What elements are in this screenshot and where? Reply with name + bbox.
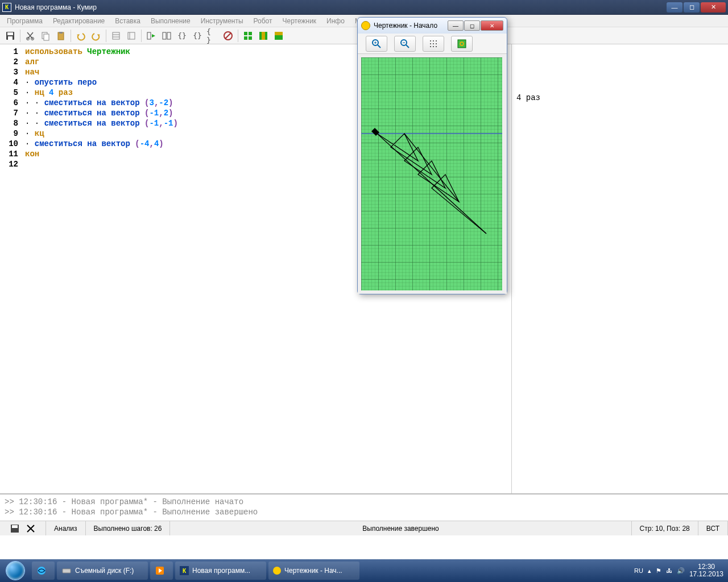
menu-edit[interactable]: Редактирование — [48, 16, 109, 26]
status-mode: ВСТ — [698, 521, 728, 535]
menu-run[interactable]: Выполнение — [146, 16, 195, 26]
taskbar-drawer-label: Чертежник - Нач... — [284, 567, 342, 575]
svg-point-46 — [436, 43, 437, 44]
svg-rect-6 — [44, 34, 49, 40]
svg-rect-9 — [113, 32, 119, 39]
maximize-button[interactable]: ◻ — [684, 2, 700, 13]
status-analysis: Анализ — [46, 521, 86, 535]
step-button[interactable] — [160, 29, 173, 43]
svg-point-45 — [433, 43, 434, 44]
canvas-svg — [361, 57, 502, 290]
menu-drawer[interactable]: Чертежник — [278, 16, 321, 26]
braces-2[interactable]: {} — [191, 29, 204, 43]
output-line-2: >> 12:30:16 - Новая программа* - Выполне… — [5, 507, 723, 517]
svg-point-49 — [436, 46, 437, 47]
svg-rect-1 — [7, 32, 13, 35]
menu-info[interactable]: Инфо — [322, 16, 349, 26]
save-icon[interactable] — [10, 523, 20, 534]
svg-rect-21 — [244, 36, 247, 40]
undo-button[interactable] — [74, 29, 88, 43]
svg-rect-14 — [147, 32, 151, 39]
taskbar-disk-label: Съемный диск (F:) — [75, 567, 134, 575]
status-position: Стр: 10, Поз: 28 — [632, 521, 698, 535]
save-button[interactable] — [3, 29, 17, 43]
close-button[interactable]: ✕ — [701, 2, 726, 13]
svg-point-31 — [38, 567, 46, 575]
cancel-icon[interactable] — [26, 523, 36, 534]
grid-2[interactable] — [257, 29, 270, 43]
svg-rect-28 — [12, 525, 18, 528]
menu-program[interactable]: Программа — [2, 16, 47, 26]
svg-rect-8 — [59, 32, 63, 34]
svg-point-41 — [430, 40, 431, 41]
drawer-canvas[interactable] — [361, 57, 502, 290]
svg-rect-12 — [128, 32, 135, 39]
drawer-maximize-button[interactable]: ◻ — [464, 20, 480, 31]
braces-3[interactable]: { } — [206, 29, 220, 43]
menu-robot[interactable]: Робот — [249, 16, 277, 26]
braces-1[interactable]: {} — [175, 29, 189, 43]
svg-rect-26 — [275, 32, 283, 35]
svg-rect-24 — [262, 32, 265, 40]
start-button[interactable] — [0, 559, 31, 582]
svg-point-43 — [436, 40, 437, 41]
line-gutter: 123456789101112 — [0, 44, 23, 169]
output-line-1: >> 12:30:16 - Новая программа* - Выполне… — [5, 497, 723, 507]
taskbar-kumir[interactable]: КНовая программ... — [175, 562, 266, 580]
app-icon: К — [2, 3, 11, 12]
side-panel-text: 4 раз — [516, 93, 723, 102]
grid-1[interactable] — [241, 29, 255, 43]
system-tray: RU ▴ ⚑ 🖧 🔊 12:3017.12.2013 — [634, 563, 728, 578]
svg-line-39 — [406, 45, 409, 48]
drawer-close-button[interactable]: ✕ — [481, 20, 503, 31]
drawer-titlebar[interactable]: Чертежник - Начало — ◻ ✕ — [358, 18, 507, 34]
menu-insert[interactable]: Вставка — [110, 16, 145, 26]
window-titlebar: К Новая программа - Кумир — ◻ ✕ — [0, 0, 728, 15]
status-bar: Анализ Выполнено шагов: 26 Выполнение за… — [0, 521, 728, 535]
paste-button[interactable] — [54, 29, 68, 43]
redo-button[interactable] — [89, 29, 103, 43]
drawer-icon — [361, 21, 370, 30]
grid-3[interactable] — [272, 29, 286, 43]
drawer-minimize-button[interactable]: — — [448, 20, 464, 31]
tool-1[interactable] — [109, 29, 123, 43]
svg-line-18 — [225, 33, 231, 39]
zoom-out-button[interactable] — [394, 36, 416, 52]
tool-2[interactable] — [125, 29, 138, 43]
svg-line-35 — [378, 45, 380, 48]
cut-button[interactable] — [23, 29, 37, 43]
tray-net-icon[interactable]: 🖧 — [666, 567, 672, 574]
minimize-button[interactable]: — — [667, 2, 682, 13]
copy-button[interactable] — [39, 29, 52, 43]
svg-rect-32 — [63, 569, 71, 573]
drawer-window[interactable]: Чертежник - Начало — ◻ ✕ — [357, 17, 507, 294]
tray-vol-icon[interactable]: 🔊 — [677, 567, 685, 575]
tray-flag-icon[interactable]: ⚑ — [656, 567, 661, 575]
svg-rect-20 — [249, 32, 252, 35]
side-panel: 4 раз — [512, 44, 728, 493]
svg-point-48 — [433, 46, 434, 47]
taskbar-ie[interactable] — [32, 562, 55, 580]
tray-clock[interactable]: 12:3017.12.2013 — [689, 563, 723, 578]
menu-tools[interactable]: Инструменты — [196, 16, 248, 26]
svg-point-44 — [430, 43, 431, 44]
stop-button[interactable] — [221, 29, 235, 43]
drawer-toolbar — [358, 34, 507, 54]
tray-lang[interactable]: RU — [634, 567, 643, 574]
status-done: Выполнение завершено — [170, 521, 631, 535]
tray-up-icon[interactable]: ▴ — [648, 567, 651, 575]
svg-rect-2 — [8, 36, 13, 40]
taskbar-drawer[interactable]: Чертежник - Нач... — [268, 562, 359, 580]
output-panel: >> 12:30:16 - Новая программа* - Выполне… — [0, 493, 728, 521]
taskbar-media[interactable] — [150, 562, 173, 580]
status-steps: Выполнено шагов: 26 — [86, 521, 171, 535]
fit-button[interactable] — [451, 36, 473, 52]
drawer-title: Чертежник - Начало — [374, 22, 437, 30]
run-button[interactable] — [144, 29, 158, 43]
grid-button[interactable] — [423, 36, 444, 52]
svg-rect-15 — [163, 32, 166, 39]
zoom-in-button[interactable] — [366, 36, 387, 52]
svg-point-47 — [430, 46, 431, 47]
taskbar-disk[interactable]: Съемный диск (F:) — [57, 562, 148, 580]
taskbar-kumir-label: Новая программ... — [192, 567, 250, 575]
